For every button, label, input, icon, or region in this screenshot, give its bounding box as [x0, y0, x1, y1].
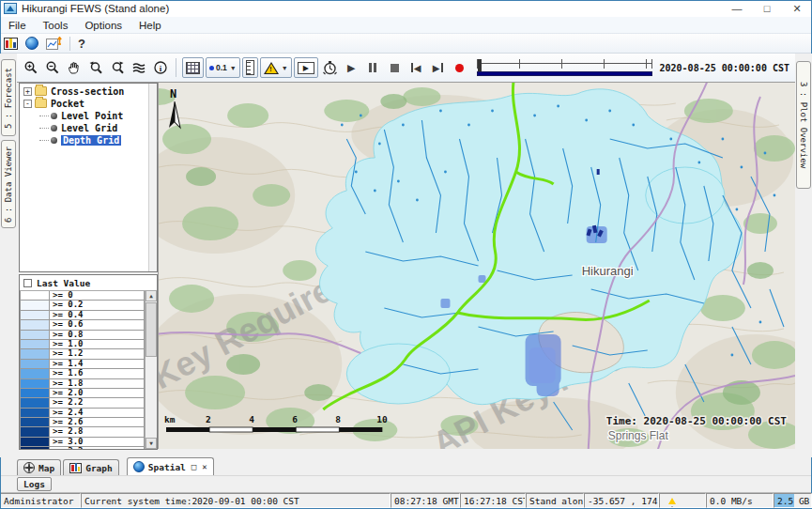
pan-button[interactable]	[64, 57, 84, 78]
time-slider-handle[interactable]	[478, 59, 482, 71]
legend-swatch	[20, 389, 50, 398]
warning-icon: !	[264, 62, 279, 74]
skip-to-end-button[interactable]: ▶	[428, 57, 448, 78]
scrollbar-thumb[interactable]	[146, 302, 157, 357]
maximize-button[interactable]: □	[752, 0, 782, 17]
skip-to-start-button[interactable]: ◀	[406, 57, 426, 78]
legend-swatch	[20, 447, 50, 449]
map-spacer	[158, 449, 795, 457]
legend-swatch	[20, 379, 50, 389]
collapse-icon[interactable]: -	[23, 100, 32, 108]
last-value-checkbox[interactable]	[23, 279, 32, 287]
status-warning-cell	[659, 493, 706, 508]
menu-bar: File Tools Options Help	[0, 17, 812, 34]
bar-chart-icon	[69, 463, 82, 473]
scroll-down-icon[interactable]: ▼	[146, 438, 157, 449]
expand-icon[interactable]: +	[23, 87, 32, 96]
tab-close-icon[interactable]: ✕	[202, 462, 207, 471]
thresholds-dropdown[interactable]: ! ▼	[260, 57, 292, 78]
menu-help[interactable]: Help	[130, 17, 170, 34]
legend-body: >= 0 >= 0.2 >= 0.4 >= 0.6 >= 0.8 >= 1.0 …	[20, 290, 157, 449]
scroll-up-icon[interactable]: ▲	[146, 290, 157, 301]
menu-file[interactable]: File	[0, 17, 35, 34]
contour-value-dropdown[interactable]: 0.1 ▼	[206, 57, 240, 78]
ruler-icon	[246, 60, 254, 75]
folder-icon	[35, 86, 47, 96]
zoom-in-button[interactable]	[21, 57, 40, 78]
minimize-button[interactable]: —	[722, 0, 752, 17]
info-button[interactable]: i	[150, 57, 170, 78]
legend-row[interactable]: >= 1.6	[20, 369, 145, 378]
time-slider-range-bar	[477, 71, 652, 76]
tree-item-cross-section[interactable]: + Cross-section	[20, 85, 157, 97]
close-button[interactable]: ✕	[782, 0, 812, 17]
tab-spatial[interactable]: Spatial □ ✕	[127, 457, 214, 475]
application-window: Hikurangi FEWS (Stand alone) — □ ✕ File …	[0, 0, 812, 509]
stop-icon	[391, 64, 399, 72]
tree-scrollbar[interactable]	[148, 84, 157, 271]
legend-row[interactable]: >= 3.2	[20, 447, 145, 449]
tab-forecast[interactable]: 5 : Forecast	[1, 59, 16, 136]
legend-swatch	[20, 331, 50, 340]
time-settings-button[interactable]	[320, 57, 340, 78]
menu-tools[interactable]: Tools	[35, 17, 77, 34]
tree-item-pocket[interactable]: - Pocket	[20, 98, 157, 109]
tree-item-level-point[interactable]: Level Point	[39, 110, 157, 121]
tab-plot-overview[interactable]: 3 : Plot Overview	[796, 61, 811, 189]
legend-swatch	[20, 438, 50, 447]
clock-icon	[322, 60, 338, 76]
app-icon	[4, 3, 17, 14]
svg-text:km: km	[164, 414, 176, 424]
current-datetime: 2020-08-25 00:00:00 CST	[660, 63, 789, 73]
bullet-icon	[51, 125, 57, 131]
tree-item-level-grid[interactable]: Level Grid	[39, 122, 157, 133]
timeseries-display-button[interactable]	[46, 37, 62, 51]
spatial-toolbar: i 0.1 ▼ ! ▼ ▶ ▶	[17, 54, 795, 83]
legend-swatch	[20, 360, 50, 369]
legend-label: >= 1.6	[50, 369, 145, 378]
stop-button[interactable]	[385, 57, 405, 78]
pause-button[interactable]	[363, 57, 383, 78]
legend-swatch	[20, 311, 50, 320]
time-slider-track[interactable]	[477, 59, 652, 69]
tree-item-label: Pocket	[51, 99, 84, 109]
contour-value: 0.1	[216, 63, 227, 72]
legend-scrollbar[interactable]: ▲ ▼	[145, 290, 157, 449]
layers-button[interactable]	[129, 57, 148, 78]
animation-button[interactable]: ▶	[294, 57, 318, 78]
scale-ruler-button[interactable]	[242, 57, 258, 78]
help-button[interactable]: ?	[78, 37, 85, 51]
tab-maximize-icon[interactable]: □	[192, 462, 196, 471]
tab-spatial-label: Spatial	[148, 462, 186, 472]
zoom-out-button[interactable]	[42, 57, 62, 78]
svg-text:4: 4	[249, 414, 254, 424]
legend-header: Last Value	[20, 275, 157, 290]
tab-data-viewer[interactable]: 6 : Data Viewer	[1, 140, 16, 228]
legend-swatch	[20, 349, 50, 359]
svg-text:10: 10	[376, 414, 388, 424]
legend-swatch	[20, 301, 50, 310]
tree-connector	[39, 116, 49, 116]
tab-graph[interactable]: Graph	[63, 459, 119, 475]
time-slider[interactable]	[477, 57, 652, 78]
map-canvas[interactable]: API Key Required API Key Required	[158, 83, 795, 449]
zoom-next-icon	[110, 60, 125, 75]
status-local-time: 16:27:18 CST	[460, 493, 526, 508]
play-icon: ▶	[347, 62, 355, 74]
record-movie-button[interactable]	[450, 57, 469, 78]
tab-map[interactable]: Map	[17, 459, 61, 475]
logs-button[interactable]: Logs	[17, 477, 52, 491]
svg-text:N: N	[170, 87, 176, 100]
data-display-button[interactable]	[4, 38, 18, 50]
chevron-down-icon: ▼	[282, 65, 288, 71]
zoom-next-button[interactable]	[107, 57, 127, 78]
legend-row[interactable]: >= 0.6	[20, 320, 145, 330]
zoom-previous-button[interactable]	[85, 57, 105, 78]
play-button[interactable]: ▶	[342, 57, 361, 78]
last-value-label: Last Value	[37, 278, 90, 288]
map-display-button[interactable]	[25, 37, 38, 50]
tree-item-depth-grid[interactable]: Depth Grid	[39, 134, 157, 146]
menu-options[interactable]: Options	[76, 17, 130, 34]
grid-display-button[interactable]	[182, 57, 204, 78]
main-toolbar: ?	[0, 34, 812, 54]
